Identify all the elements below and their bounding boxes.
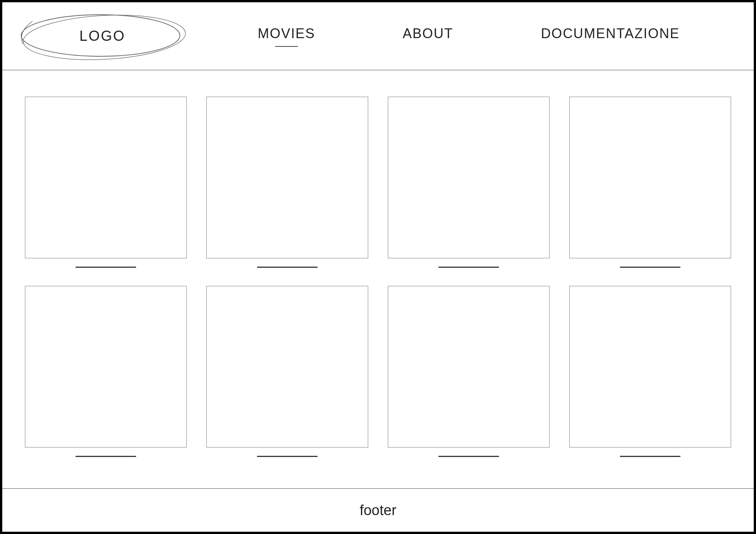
movie-card[interactable] xyxy=(569,97,731,268)
logo-text: LOGO xyxy=(79,28,125,44)
page-frame: LOGO MOVIES ABOUT DOCUMENTAZIONE xyxy=(0,0,756,534)
nav-item-documentazione[interactable]: DOCUMENTAZIONE xyxy=(541,26,680,47)
nav-active-underline xyxy=(275,46,298,47)
nav-label: ABOUT xyxy=(403,26,453,42)
movie-thumbnail xyxy=(388,97,550,258)
logo[interactable]: LOGO xyxy=(14,6,191,66)
nav: MOVIES ABOUT DOCUMENTAZIONE xyxy=(191,26,746,47)
movie-card[interactable] xyxy=(25,286,187,457)
nav-item-movies[interactable]: MOVIES xyxy=(258,26,315,47)
movie-title-placeholder xyxy=(76,456,136,457)
movie-title-placeholder xyxy=(620,456,680,457)
nav-label: DOCUMENTAZIONE xyxy=(541,26,680,42)
movie-card[interactable] xyxy=(25,97,187,268)
movie-title-placeholder xyxy=(76,267,136,268)
movie-title-placeholder xyxy=(257,456,318,457)
movie-title-placeholder xyxy=(438,456,499,457)
movie-card[interactable] xyxy=(569,286,731,457)
main-content xyxy=(2,70,754,488)
movie-card[interactable] xyxy=(206,286,368,457)
movie-thumbnail xyxy=(25,286,187,448)
movie-thumbnail xyxy=(206,97,368,258)
footer-text: footer xyxy=(359,502,396,519)
footer: footer xyxy=(2,488,754,532)
card-grid xyxy=(25,97,731,457)
movie-card[interactable] xyxy=(388,286,550,457)
movie-thumbnail xyxy=(569,97,731,258)
movie-thumbnail xyxy=(569,286,731,448)
header: LOGO MOVIES ABOUT DOCUMENTAZIONE xyxy=(2,2,754,70)
movie-thumbnail xyxy=(388,286,550,448)
movie-thumbnail xyxy=(206,286,368,448)
movie-title-placeholder xyxy=(257,267,318,268)
movie-card[interactable] xyxy=(206,97,368,268)
movie-thumbnail xyxy=(25,97,187,258)
movie-title-placeholder xyxy=(620,267,680,268)
movie-title-placeholder xyxy=(438,267,499,268)
movie-card[interactable] xyxy=(388,97,550,268)
nav-label: MOVIES xyxy=(258,26,315,42)
nav-item-about[interactable]: ABOUT xyxy=(403,26,453,47)
